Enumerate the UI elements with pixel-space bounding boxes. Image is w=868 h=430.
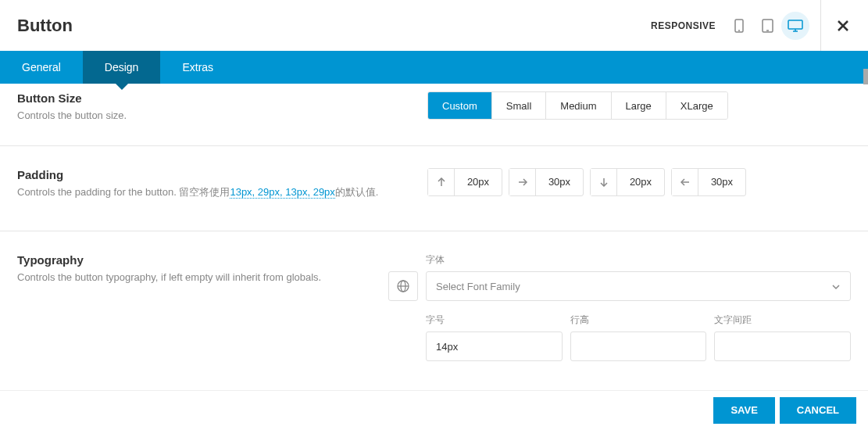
font-size-label: 字号 (426, 314, 563, 327)
font-family-select[interactable]: Select Font Family (426, 271, 851, 301)
mobile-icon[interactable] (725, 12, 753, 40)
svg-rect-4 (788, 20, 802, 29)
responsive-label: RESPONSIVE (651, 20, 716, 31)
letter-spacing-input[interactable] (714, 331, 851, 361)
typography-row-details: 字号 行高 文字间距 (388, 314, 851, 361)
padding-bottom-value: 20px (617, 169, 664, 195)
save-button[interactable]: SAVE (713, 397, 774, 424)
arrow-down-icon (591, 169, 617, 195)
size-custom-button[interactable]: Custom (428, 92, 492, 119)
arrow-left-icon (672, 169, 698, 195)
section-button-size: Button Size Controls the button size. Cu… (0, 84, 868, 146)
size-medium-button[interactable]: Medium (546, 92, 611, 119)
line-height-field: 行高 (570, 314, 707, 361)
scrollbar[interactable] (863, 69, 868, 84)
letter-spacing-field: 文字间距 (714, 314, 851, 361)
padding-desc: Controls the padding for the button. 留空将… (17, 185, 427, 200)
desktop-icon[interactable] (781, 12, 809, 40)
tablet-icon[interactable] (753, 12, 781, 40)
padding-top-input[interactable]: 20px (427, 168, 502, 196)
button-size-title: Button Size (17, 91, 427, 105)
page-title: Button (17, 16, 73, 36)
arrow-up-icon (428, 169, 455, 195)
content-area: Button Size Controls the button size. Cu… (0, 84, 868, 390)
padding-desc-post: 的默认值. (335, 186, 379, 198)
arrow-right-icon (509, 169, 536, 195)
padding-inputs: 20px 30px 20px 30px (427, 168, 746, 200)
size-xlarge-button[interactable]: XLarge (666, 92, 727, 119)
typography-row-font: 字体 Select Font Family (388, 253, 851, 301)
globe-button[interactable] (388, 271, 418, 301)
padding-title: Padding (17, 168, 427, 181)
typography-desc: Controls the button typography, if left … (17, 270, 388, 285)
button-size-options: Custom Small Medium Large XLarge (427, 91, 728, 120)
typography-title: Typography (17, 253, 388, 267)
button-size-desc: Controls the button size. (17, 108, 427, 124)
padding-default-link[interactable]: 13px, 29px, 13px, 29px (230, 186, 334, 199)
padding-bottom-input[interactable]: 20px (590, 168, 665, 196)
padding-right-input[interactable]: 30px (509, 168, 584, 196)
font-family-field: 字体 Select Font Family (426, 253, 851, 301)
font-family-label: 字体 (426, 253, 851, 267)
section-typography: Typography Controls the button typograph… (0, 231, 868, 383)
tabs: General Design Extras (0, 51, 868, 84)
close-button[interactable] (835, 18, 851, 34)
size-large-button[interactable]: Large (612, 92, 666, 119)
font-family-placeholder: Select Font Family (436, 281, 520, 292)
font-size-field: 字号 (426, 314, 563, 361)
section-padding: Padding Controls the padding for the but… (0, 146, 868, 232)
padding-left-input[interactable]: 30px (671, 168, 746, 196)
header: Button RESPONSIVE (0, 0, 868, 51)
font-size-input[interactable] (426, 331, 563, 361)
header-right: RESPONSIVE (651, 0, 851, 51)
tab-general[interactable]: General (0, 51, 83, 84)
padding-right-value: 30px (536, 169, 583, 195)
footer: SAVE CANCEL (0, 390, 868, 429)
size-small-button[interactable]: Small (492, 92, 547, 119)
line-height-label: 行高 (570, 314, 707, 327)
cancel-button[interactable]: CANCEL (780, 397, 856, 424)
line-height-input[interactable] (570, 331, 707, 361)
header-divider (820, 0, 821, 51)
padding-desc-pre: Controls the padding for the button. 留空将… (17, 186, 230, 198)
tab-extras[interactable]: Extras (160, 51, 235, 84)
letter-spacing-label: 文字间距 (714, 314, 851, 327)
tab-design[interactable]: Design (83, 51, 161, 84)
padding-left-value: 30px (698, 169, 745, 195)
chevron-down-icon (831, 279, 841, 293)
padding-top-value: 20px (455, 169, 502, 195)
